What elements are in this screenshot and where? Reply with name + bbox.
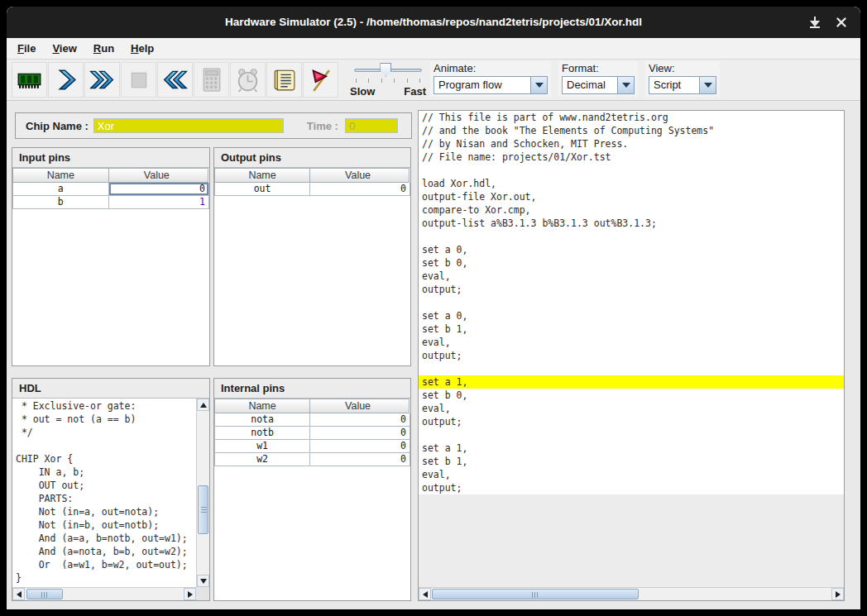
pin-name-w2: w2 bbox=[214, 453, 310, 466]
internal-pins-title: Internal pins bbox=[214, 379, 410, 399]
script-hscroll-thumb[interactable] bbox=[432, 589, 639, 599]
breakpoints-button[interactable] bbox=[303, 62, 338, 98]
code-line: output; bbox=[419, 481, 844, 494]
view-combo[interactable]: Script bbox=[649, 76, 716, 94]
input-pins-table: NameValuea0b1 bbox=[12, 168, 209, 209]
single-step-button[interactable] bbox=[48, 62, 84, 98]
pin-value-b[interactable]: 1 bbox=[109, 196, 209, 209]
menu-view[interactable]: View bbox=[50, 41, 79, 56]
scroll-right-icon[interactable] bbox=[184, 588, 196, 600]
code-line: output; bbox=[419, 415, 844, 428]
menu-help[interactable]: Help bbox=[128, 41, 156, 56]
script-panel: // This file is part of www.nand2tetris.… bbox=[418, 110, 845, 601]
column-header-name: Name bbox=[214, 168, 310, 183]
pin-row-notb: notb0 bbox=[214, 427, 410, 440]
chip-name-field[interactable]: Xor bbox=[93, 118, 284, 133]
toolbar: Slow Fast Animate:Program flowFormat:Dec… bbox=[7, 60, 860, 101]
code-line: */ bbox=[12, 426, 196, 439]
run-button[interactable] bbox=[84, 62, 120, 98]
animate-combo-value: Program flow bbox=[434, 77, 530, 93]
close-icon[interactable] bbox=[834, 15, 849, 30]
pin-row-w2: w20 bbox=[214, 453, 410, 466]
pin-row-b: b1 bbox=[12, 196, 209, 209]
pin-name-nota: nota bbox=[214, 413, 310, 427]
pin-value-a[interactable]: 0 bbox=[109, 183, 209, 196]
code-line bbox=[419, 230, 844, 243]
current-script-line: set a 1, bbox=[419, 375, 844, 389]
pin-value-notb[interactable]: 0 bbox=[310, 427, 410, 440]
code-line: Not (in=a, out=nota); bbox=[12, 505, 196, 518]
animate-combo[interactable]: Program flow bbox=[434, 76, 548, 94]
scroll-left-icon[interactable] bbox=[419, 588, 431, 600]
internal-pins-panel: Internal pins NameValuenota0notb0w10w20 bbox=[213, 378, 411, 601]
internal-pins-table: NameValuenota0notb0w10w20 bbox=[214, 399, 410, 466]
pin-row-out: out0 bbox=[214, 183, 410, 196]
hdl-vertical-scrollbar[interactable] bbox=[196, 399, 209, 587]
slider-thumb[interactable] bbox=[380, 63, 391, 77]
code-line: eval, bbox=[419, 336, 844, 349]
input-pins-title: Input pins bbox=[12, 148, 209, 168]
code-line: eval, bbox=[419, 402, 844, 415]
scroll-right-icon[interactable] bbox=[831, 588, 844, 600]
script-code: // This file is part of www.nand2tetris.… bbox=[419, 111, 844, 587]
column-header-name: Name bbox=[12, 168, 109, 183]
fast-forward-icon bbox=[89, 66, 116, 93]
chevron-down-icon[interactable] bbox=[530, 77, 547, 93]
pin-value-w2[interactable]: 0 bbox=[310, 453, 410, 466]
code-line: eval, bbox=[419, 468, 844, 481]
code-line bbox=[419, 428, 844, 442]
pin-row-w1: w10 bbox=[214, 440, 410, 453]
format-combo[interactable]: Decimal bbox=[562, 76, 635, 94]
minimize-icon[interactable] bbox=[807, 15, 822, 30]
pin-name-out: out bbox=[214, 183, 310, 196]
scroll-left-icon[interactable] bbox=[12, 588, 25, 600]
time-label: Time : bbox=[307, 120, 338, 132]
script-horizontal-scrollbar[interactable] bbox=[419, 587, 844, 600]
slider-fast-label: Fast bbox=[404, 85, 426, 98]
pin-value-out[interactable]: 0 bbox=[310, 183, 410, 196]
code-line: set a 1, bbox=[419, 442, 844, 455]
hdl-title: HDL bbox=[12, 379, 209, 399]
slider-ticks bbox=[356, 79, 420, 83]
calculator-button bbox=[194, 62, 229, 98]
scrollbar-corner bbox=[196, 587, 209, 600]
hdl-hscroll-thumb[interactable] bbox=[26, 589, 63, 599]
app-window: Hardware Simulator (2.5) - /home/thomas/… bbox=[7, 7, 860, 609]
rewind-icon bbox=[161, 66, 189, 93]
animate-combo-group: Animate:Program flow bbox=[430, 61, 551, 97]
reset-button[interactable] bbox=[157, 62, 193, 98]
chip-name-label: Chip Name : bbox=[26, 120, 89, 132]
column-header-name: Name bbox=[214, 399, 310, 413]
hdl-vscroll-thumb[interactable] bbox=[198, 485, 208, 534]
code-line: * Exclusive-or gate: bbox=[12, 399, 196, 413]
pin-value-nota[interactable]: 0 bbox=[310, 413, 410, 427]
format-combo-value: Decimal bbox=[563, 77, 617, 93]
main-area: Chip Name : Xor Time : 0 Input pins Name… bbox=[7, 102, 860, 609]
code-line: load Xor.hdl, bbox=[419, 177, 844, 190]
step-icon bbox=[52, 66, 79, 93]
menu-file[interactable]: File bbox=[15, 41, 38, 56]
load-chip-button[interactable] bbox=[12, 62, 47, 98]
pin-value-w1[interactable]: 0 bbox=[310, 440, 410, 453]
column-header-value: Value bbox=[309, 168, 410, 183]
chevron-down-icon[interactable] bbox=[617, 77, 634, 93]
code-line: // File name: projects/01/Xor.tst bbox=[419, 150, 844, 164]
menu-run[interactable]: Run bbox=[91, 41, 117, 56]
scroll-up-icon[interactable] bbox=[197, 399, 209, 411]
code-line: // and the book "The Elements of Computi… bbox=[419, 124, 844, 137]
code-line: OUT out; bbox=[12, 479, 196, 492]
hdl-horizontal-scrollbar[interactable] bbox=[12, 587, 196, 600]
slider-slow-label: Slow bbox=[350, 85, 375, 98]
view-script-button[interactable] bbox=[266, 62, 302, 98]
speed-slider[interactable]: Slow Fast bbox=[348, 61, 428, 99]
animate-combo-label: Animate: bbox=[434, 62, 548, 74]
pin-name-b: b bbox=[12, 196, 109, 209]
chevron-down-icon[interactable] bbox=[699, 77, 716, 93]
code-line: Not (in=b, out=notb); bbox=[12, 518, 196, 532]
code-line: * out = not (a == b) bbox=[12, 413, 196, 426]
time-field: 0 bbox=[345, 118, 398, 133]
code-line: CHIP Xor { bbox=[12, 452, 196, 466]
code-line: set a 0, bbox=[419, 243, 844, 256]
scroll-down-icon[interactable] bbox=[197, 575, 209, 587]
toolbar-buttons bbox=[12, 62, 338, 98]
